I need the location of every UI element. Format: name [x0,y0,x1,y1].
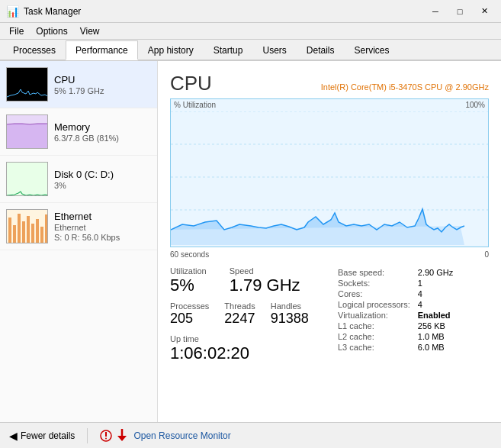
stat-speed: Speed 1.79 GHz [230,266,300,295]
svg-marker-23 [117,436,127,441]
uptime-value: 1:06:02:20 [170,343,336,363]
l1-label: L1 cache: [338,321,416,330]
fewer-details-label: Fewer details [21,430,75,441]
tab-details[interactable]: Details [297,40,345,60]
chevron-left-icon: ◀ [9,430,18,442]
tab-users[interactable]: Users [252,40,296,60]
disk-detail: 3% [54,181,151,190]
sidebar-item-ethernet[interactable]: Ethernet Ethernet S: 0 R: 56.0 Kbps [0,203,157,250]
svg-rect-6 [13,225,16,243]
bottom-bar: ◀ Fewer details Open Resource Monitor [0,422,501,448]
virt-value: Enabled [418,311,453,320]
minimize-button[interactable]: ─ [425,4,446,19]
handles-label: Handles [271,301,309,311]
detail-panel: CPU Intel(R) Core(TM) i5-3470S CPU @ 2.9… [158,61,501,422]
l3-value: 6.0 MB [418,343,453,352]
main-content: CPU 5% 1.79 GHz Memory 6.3/7.8 GB (81%) [0,61,501,422]
tabs-bar: Processes Performance App history Startu… [0,40,501,61]
sockets-label: Sockets: [338,279,416,288]
speed-label: Speed [230,266,300,276]
tab-performance[interactable]: Performance [66,40,138,60]
mem-info: Memory 6.3/7.8 GB (81%) [54,121,151,143]
tab-services[interactable]: Services [345,40,400,60]
svg-rect-10 [31,224,34,243]
graph-time-labels: 60 seconds 0 [170,250,489,259]
l1-value: 256 KB [418,321,453,330]
eth-name: Ethernet [54,211,151,222]
menu-options[interactable]: Options [30,24,73,38]
eth-thumb [6,209,48,243]
sidebar-item-disk[interactable]: Disk 0 (C: D:) 3% [0,156,157,203]
tab-startup[interactable]: Startup [204,40,253,60]
open-resource-monitor-button[interactable]: Open Resource Monitor [100,427,230,444]
sidebar-item-memory[interactable]: Memory 6.3/7.8 GB (81%) [0,108,157,156]
uptime-label: Up time [170,334,336,343]
cores-label: Cores: [338,289,416,298]
menu-file[interactable]: File [3,24,30,38]
eth-info: Ethernet Ethernet S: 0 R: 56.0 Kbps [54,211,151,242]
cpu-chart-svg [171,111,488,247]
svg-rect-12 [40,227,43,243]
eth-detail2: S: 0 R: 56.0 Kbps [54,233,151,242]
svg-point-21 [105,438,107,440]
titlebar-controls: ─ □ ✕ [425,4,495,19]
threads-value: 2247 [224,311,255,327]
handles-value: 91388 [271,311,309,327]
menu-view[interactable]: View [74,24,106,38]
app-icon: 📊 [6,5,19,18]
svg-rect-13 [45,214,48,243]
mem-detail: 6.3/7.8 GB (81%) [54,134,151,143]
detail-wrapper: Utilization 5% Speed 1.79 GHz Processes … [170,266,489,366]
graph-time-start: 60 seconds [170,250,209,259]
disk-info: Disk 0 (C: D:) 3% [54,169,151,190]
l2-value: 1.0 MB [418,332,453,341]
svg-rect-9 [27,216,30,243]
svg-rect-7 [18,214,21,243]
cpu-detail: 5% 1.79 GHz [54,86,151,95]
titlebar-left: 📊 Task Manager [6,5,81,18]
stat-utilization: Utilization 5% [170,266,207,295]
sidebar-item-cpu[interactable]: CPU 5% 1.79 GHz [0,61,157,108]
stat-processes: Processes 205 [170,301,209,327]
bottom-separator [87,428,88,443]
titlebar: 📊 Task Manager ─ □ ✕ [0,0,501,23]
detail-left: Utilization 5% Speed 1.79 GHz Processes … [170,266,336,366]
close-button[interactable]: ✕ [474,4,495,19]
stats-row-1: Utilization 5% Speed 1.79 GHz [170,266,336,295]
tab-processes[interactable]: Processes [3,40,66,60]
graph-time-end: 0 [484,250,489,259]
cpu-info-table: Base speed: 2.90 GHz Sockets: 1 Cores: 4… [336,266,454,353]
svg-rect-3 [7,163,48,196]
disk-mini-graph [7,163,48,196]
maximize-button[interactable]: □ [449,4,470,19]
cpu-name: CPU [54,74,151,85]
sockets-value: 1 [418,279,453,288]
stat-handles: Handles 91388 [271,301,309,327]
cpu-info: CPU 5% 1.79 GHz [54,74,151,95]
disk-name: Disk 0 (C: D:) [54,169,151,180]
fewer-details-button[interactable]: ◀ Fewer details [9,430,75,442]
cpu-graph: % Utilization 100% [170,98,489,247]
proc-value: 205 [170,311,209,327]
app-title: Task Manager [24,6,81,17]
svg-rect-11 [36,219,39,243]
cpu-mini-graph [7,68,48,102]
detail-header: CPU Intel(R) Core(TM) i5-3470S CPU @ 2.9… [170,72,489,95]
base-speed-value: 2.90 GHz [418,268,453,277]
svg-marker-18 [171,209,464,245]
cores-value: 4 [418,289,453,298]
virt-label: Virtualization: [338,311,416,320]
speed-value: 1.79 GHz [230,276,300,295]
stat-threads: Threads 2247 [224,301,255,327]
detail-title: CPU [170,72,212,95]
graph-y-max: 100% [465,101,485,109]
base-speed-label: Base speed: [338,268,416,277]
open-resource-label: Open Resource Monitor [133,430,230,441]
graph-y-label: % Utilization [174,101,216,109]
tab-app-history[interactable]: App history [138,40,204,60]
detail-right: Base speed: 2.90 GHz Sockets: 1 Cores: 4… [336,266,489,366]
proc-label: Processes [170,301,209,311]
l2-label: L2 cache: [338,332,416,341]
mem-name: Memory [54,121,151,133]
stats-row-2: Processes 205 Threads 2247 Handles 91388 [170,301,336,327]
